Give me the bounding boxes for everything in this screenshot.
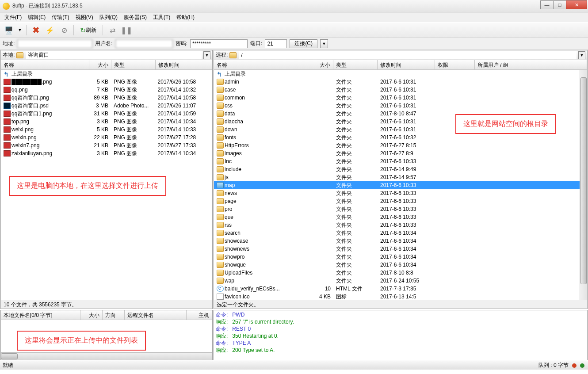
file-row[interactable]: ████████.png5 KBPNG 图像2017/6/26 10:58 <box>1 78 212 86</box>
col-size[interactable]: 大小 <box>80 310 103 320</box>
maximize-button[interactable]: □ <box>553 0 566 9</box>
file-row[interactable]: top.png3 KBPNG 图像2017/6/14 10:34 <box>1 118 212 126</box>
dropdown-icon[interactable]: ▼ <box>17 24 23 36</box>
port-input[interactable] <box>265 39 287 48</box>
file-row[interactable]: UploadFiles文件夹2017-8-10 8:8 <box>214 269 587 277</box>
file-row[interactable]: weixi.png5 KBPNG 图像2017/6/14 10:33 <box>1 126 212 134</box>
vertical-scrollbar[interactable] <box>580 70 587 300</box>
file-row[interactable]: images文件夹2017-6-27 8:9 <box>214 149 587 157</box>
file-row[interactable]: diaocha文件夹2017-6-6 10:31 <box>214 118 587 126</box>
up-arrow-icon <box>4 71 11 77</box>
menubar: 文件(F)编辑(E)传输(T)视图(V)队列(Q)服务器(S)工具(T)帮助(H… <box>0 12 588 22</box>
file-row[interactable]: case文件夹2017-6-6 10:31 <box>214 86 587 94</box>
minimize-button[interactable]: — <box>540 0 554 9</box>
titlebar[interactable]: 8uftp - 已连接到 123.57.183.5 — □ ✕ <box>0 0 588 12</box>
remote-file-list[interactable]: 上层目录 admin文件夹2017-6-6 10:31case文件夹2017-6… <box>214 70 587 300</box>
password-input[interactable] <box>190 39 248 48</box>
connect-button[interactable]: 连接(C) <box>290 39 317 48</box>
folder-icon <box>217 246 224 252</box>
close-button[interactable]: ✕ <box>566 0 587 9</box>
local-file-list[interactable]: 上层目录 ████████.png5 KBPNG 图像2017/6/26 10:… <box>1 70 212 300</box>
file-row[interactable]: css文件夹2017-6-6 10:31 <box>214 102 587 110</box>
file-row[interactable]: showcase文件夹2017-6-6 10:34 <box>214 237 587 245</box>
remote-path-input[interactable] <box>239 51 577 59</box>
menu-item[interactable]: 工具(T) <box>150 13 173 22</box>
lightning-icon[interactable]: ⚡ <box>44 24 56 36</box>
file-row[interactable]: page文件夹2017-6-6 10:33 <box>214 197 587 205</box>
file-row[interactable]: qq咨询窗口.png89 KBPNG 图像2017/6/14 10:58 <box>1 94 212 102</box>
file-row[interactable]: qq咨询窗口.psd3 MBAdobe Photo...2017/6/26 11… <box>1 102 212 110</box>
pause-icon[interactable]: ❚❚ <box>120 24 133 36</box>
file-row[interactable]: rss文件夹2017-6-6 10:33 <box>214 221 587 229</box>
local-path-input[interactable] <box>26 51 202 59</box>
file-row[interactable]: que文件夹2017-6-6 10:33 <box>214 213 587 221</box>
file-row[interactable]: admin文件夹2017-6-6 10:31 <box>214 78 587 86</box>
menu-item[interactable]: 帮助(H) <box>174 13 197 22</box>
file-row[interactable]: qq.png7 KBPNG 图像2017/6/14 10:32 <box>1 86 212 94</box>
col-size[interactable]: 大小 <box>89 60 111 69</box>
username-input[interactable] <box>115 39 173 48</box>
file-row[interactable]: data文件夹2017-8-10 8:47 <box>214 110 587 118</box>
computer-icon[interactable]: 🖥️ <box>3 24 15 36</box>
col-name[interactable]: 名称 <box>214 60 311 69</box>
menu-item[interactable]: 视图(V) <box>73 13 96 22</box>
col-perm[interactable]: 权限 <box>435 60 475 69</box>
file-row[interactable]: weixin.png22 KBPNG 图像2017/6/27 17:28 <box>1 134 212 141</box>
col-owner[interactable]: 所属用户 / 组 <box>475 60 587 69</box>
menu-item[interactable]: 编辑(E) <box>25 13 48 22</box>
connect-dropdown[interactable]: ▼ <box>320 39 328 48</box>
file-row[interactable]: shownews文件夹2017-6-6 10:34 <box>214 245 587 253</box>
col-type[interactable]: 类型 <box>333 60 378 69</box>
log-panel[interactable]: 命令: PWD响应: 257 "/" is current directory.… <box>214 310 588 360</box>
remote-path-dropdown[interactable]: ▼ <box>578 51 585 59</box>
horizontal-scrollbar[interactable] <box>1 352 212 360</box>
file-row[interactable]: fonts文件夹2017-6-6 10:32 <box>214 134 587 141</box>
menu-item[interactable]: 传输(T) <box>49 13 72 22</box>
col-localname[interactable]: 本地文件名[0/0 字节] <box>1 310 80 320</box>
file-row[interactable]: showque文件夹2017-6-6 10:34 <box>214 261 587 269</box>
file-row[interactable]: qq咨询窗口1.png31 KBPNG 图像2017/6/14 10:59 <box>1 110 212 118</box>
col-name[interactable]: 名称 <box>1 60 89 69</box>
local-path-dropdown[interactable]: ▼ <box>203 51 210 59</box>
log-line: 响应: 200 Type set to A. <box>216 347 585 354</box>
col-dir[interactable]: 方向 <box>103 310 125 320</box>
file-row[interactable]: Inc文件夹2017-6-6 10:33 <box>214 157 587 165</box>
file-row[interactable]: map文件夹2017-6-6 10:33 <box>214 181 587 189</box>
file-row[interactable]: js文件夹2017-6-14 9:57 <box>214 173 587 181</box>
file-row[interactable]: showpro文件夹2017-6-6 10:34 <box>214 253 587 261</box>
file-row[interactable]: favicon.ico4 KB图标2017-6-13 14:5 <box>214 293 587 300</box>
disconnect-icon[interactable]: ✖ <box>30 24 42 36</box>
folder-icon <box>217 111 224 117</box>
file-row[interactable]: news文件夹2017-6-6 10:33 <box>214 189 587 197</box>
menu-item[interactable]: 队列(Q) <box>97 13 120 22</box>
address-input[interactable] <box>17 39 92 48</box>
col-type[interactable]: 类型 <box>111 60 156 69</box>
col-mtime[interactable]: 修改时间 <box>378 60 435 69</box>
col-host[interactable]: 主机 <box>187 310 212 320</box>
file-row[interactable]: common文件夹2017-6-6 10:31 <box>214 94 587 102</box>
folder-icon <box>217 190 224 196</box>
col-mtime[interactable]: 修改时间 <box>156 60 212 69</box>
file-row[interactable]: include文件夹2017-6-14 9:49 <box>214 165 587 173</box>
col-size[interactable]: 大小 <box>311 60 333 69</box>
up-dir-row[interactable]: 上层目录 <box>214 70 587 78</box>
up-dir-row[interactable]: 上层目录 <box>1 70 212 78</box>
menu-item[interactable]: 服务器(S) <box>121 13 149 22</box>
file-row[interactable]: HttpErrors文件夹2017-6-27 8:15 <box>214 141 587 149</box>
refresh-button[interactable]: ↻ 刷新 <box>77 24 99 36</box>
file-row[interactable]: pro文件夹2017-6-6 10:33 <box>214 205 587 213</box>
address-label: 地址: <box>3 40 15 47</box>
col-remotename[interactable]: 远程文件名 <box>125 310 187 320</box>
file-row[interactable]: weixin7.png21 KBPNG 图像2017/6/27 17:33 <box>1 141 212 149</box>
queue-list[interactable]: 这里将会显示正在上传中的文件列表 <box>1 320 212 352</box>
file-row[interactable]: zaixianliuyan.png3 KBPNG 图像2017/6/14 10:… <box>1 149 212 157</box>
file-row[interactable]: down文件夹2017-6-6 10:31 <box>214 126 587 134</box>
file-row[interactable]: baidu_verify_nECsBs...10HTML 文件2017-7-3 … <box>214 285 587 293</box>
file-row[interactable]: wap文件夹2017-6-24 10:55 <box>214 277 587 285</box>
stop-icon[interactable]: ⊘ <box>58 24 70 36</box>
file-row[interactable]: search文件夹2017-6-6 10:34 <box>214 229 587 237</box>
port-label: 端口: <box>250 40 262 47</box>
folder-icon <box>217 198 224 204</box>
transfer-icon[interactable]: ⇄ <box>106 24 118 36</box>
menu-item[interactable]: 文件(F) <box>2 13 24 22</box>
